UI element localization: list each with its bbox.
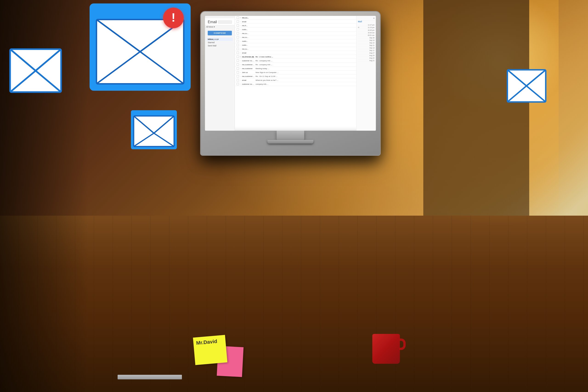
more-arrow-icon: ▾ <box>214 26 215 28</box>
email-star[interactable]: ☆ <box>240 79 241 81</box>
envelope-bottom <box>131 110 177 149</box>
time-label: Aug 27 <box>369 52 374 54</box>
time-label: Sep 24 <box>369 40 374 41</box>
email-checkbox[interactable] <box>236 16 239 19</box>
email-row[interactable]: ☆ me,customer (1) Re : On 11 Sep at 11:0… <box>235 74 356 78</box>
starred-filter[interactable]: Starred <box>207 41 233 44</box>
email-row[interactable]: ☆ email What do you think so far? ... <box>235 78 356 82</box>
email-checkbox[interactable] <box>236 79 239 81</box>
time-label: Aug 25 <box>369 55 374 56</box>
email-star[interactable]: ☆ <box>240 36 241 38</box>
email-sender: custo... <box>242 44 254 46</box>
email-star[interactable]: ☆ <box>240 72 241 74</box>
email-checkbox[interactable] <box>236 75 239 78</box>
email-row[interactable]: ☆ customer no.249 Re : company info ... <box>235 59 356 63</box>
email-checkbox[interactable] <box>236 40 239 42</box>
all-filter-label[interactable]: All <box>206 26 208 28</box>
email-checkbox[interactable] <box>236 52 239 54</box>
email-row[interactable]: ☆ me,fr... <box>235 24 356 28</box>
time-label: Sep 22 <box>369 42 374 44</box>
email-checkbox[interactable] <box>236 24 239 27</box>
email-row[interactable]: ☆ me,friends (8) Re : 2 new notifca ... <box>235 55 356 59</box>
email-star[interactable]: ☆ <box>240 21 241 23</box>
right-time-row: Aug 21 <box>358 59 374 62</box>
email-row[interactable]: ☆ email <box>235 20 356 24</box>
email-checkbox[interactable] <box>236 56 239 58</box>
email-row[interactable]: ☆ email <box>235 51 356 55</box>
bookshelf-area <box>423 0 529 216</box>
menu-icon[interactable]: ≡ <box>374 17 374 19</box>
email-star[interactable]: ☆ <box>240 60 241 62</box>
email-sender: custo... <box>242 40 254 42</box>
email-star[interactable]: ☆ <box>240 52 241 54</box>
email-row[interactable]: ☆ me,customer (2) Re : company info ... <box>235 63 356 66</box>
inbox-filter[interactable]: Inbox (169) ▾ <box>207 38 233 41</box>
sent-filter[interactable]: Sent Mail <box>207 44 233 47</box>
email-star[interactable]: ☆ <box>240 56 241 58</box>
mug-handle <box>399 338 406 350</box>
email-row[interactable]: ☆ Join us New Sign-in on Computer ... <box>235 70 356 74</box>
email-row[interactable]: ☆ customer no.001 company info ... <box>235 82 356 86</box>
time-label: Sep 13 <box>369 47 374 49</box>
email-star[interactable]: ☆ <box>240 32 241 34</box>
email-sender: me,cu... <box>242 48 254 50</box>
more-filter-label[interactable]: More <box>208 26 214 28</box>
sent-label: Sent Mail <box>208 44 216 47</box>
notification-exclamation: ! <box>171 12 175 24</box>
email-star[interactable]: ☆ <box>240 44 241 46</box>
right-times-container: 11:27 pm ⟲ 11:15 pm 10:45 pm 10:30 am 09… <box>358 24 374 62</box>
email-row[interactable]: ☆ custo... <box>235 28 356 32</box>
email-checkbox[interactable] <box>236 60 239 62</box>
time-label: Sep 11 <box>369 50 374 51</box>
email-star[interactable]: ☆ <box>240 24 241 27</box>
right-time-row: Aug 25 <box>358 54 374 57</box>
email-checkbox[interactable] <box>236 48 239 50</box>
time-label: 09:51 am <box>368 34 374 36</box>
email-checkbox[interactable] <box>236 44 239 46</box>
time-label: Sep 26 <box>369 37 374 38</box>
email-star[interactable]: ☆ <box>240 75 241 78</box>
email-sidebar: Email All More ▾ COMPOSE Inbox (169) ▾ <box>205 16 235 131</box>
email-star[interactable]: ☆ <box>240 40 241 42</box>
email-checkbox[interactable] <box>236 32 239 34</box>
email-star[interactable]: ☆ <box>240 64 241 66</box>
email-checkbox[interactable] <box>236 71 239 74</box>
monitor-base <box>267 140 313 144</box>
sidebar-filters: Inbox (169) ▾ Starred Sent Mail <box>205 38 234 47</box>
email-star[interactable]: ☆ <box>240 28 241 30</box>
email-checkbox[interactable] <box>236 64 239 66</box>
email-sender: email <box>242 79 254 81</box>
email-star[interactable]: ☆ <box>240 83 241 85</box>
email-subject: Re : company info ... <box>256 60 354 62</box>
email-row[interactable]: ☆ me,cu... <box>235 16 356 20</box>
coffee-mug <box>372 334 400 364</box>
starred-label: Starred <box>208 41 214 44</box>
search-box[interactable] <box>218 20 232 24</box>
email-row[interactable]: ☆ custo... <box>235 39 356 43</box>
email-checkbox[interactable] <box>236 83 239 85</box>
right-time-row: Sep 22 <box>358 42 374 44</box>
right-time-row: Aug 27 <box>358 52 374 54</box>
sticky-note-yellow: Mr.David <box>193 335 228 365</box>
email-star[interactable]: ☆ <box>240 68 241 70</box>
email-star[interactable]: ☆ <box>240 17 241 19</box>
email-checkbox[interactable] <box>236 67 239 70</box>
email-right-panel: ≡ Mail 11:27 pm ⟲ 11:15 pm 10:45 pm 10:3… <box>356 16 376 131</box>
email-row[interactable]: ☆ me,cu... <box>235 32 356 35</box>
envelope-right <box>506 69 547 103</box>
right-time-row: 09:51 am <box>358 34 374 36</box>
time-indicator: ⟲ <box>358 27 359 28</box>
email-row[interactable]: ☆ me,customer Meeting today ... <box>235 66 356 70</box>
email-row[interactable]: ☆ me,cu... <box>235 47 356 51</box>
compose-button[interactable]: COMPOSE <box>208 31 232 35</box>
email-checkbox[interactable] <box>236 20 239 23</box>
email-subject: Meeting today ... <box>256 68 354 70</box>
email-checkbox[interactable] <box>236 36 239 38</box>
email-checkbox[interactable] <box>236 28 239 30</box>
email-row[interactable]: ☆ me,cu... <box>235 35 356 39</box>
email-sender: me,customer (2) <box>242 64 254 66</box>
monitor-stand <box>276 131 304 140</box>
email-star[interactable]: ☆ <box>240 48 241 50</box>
time-label: 11:15 pm <box>368 27 374 28</box>
email-row[interactable]: ☆ custo... <box>235 43 356 47</box>
